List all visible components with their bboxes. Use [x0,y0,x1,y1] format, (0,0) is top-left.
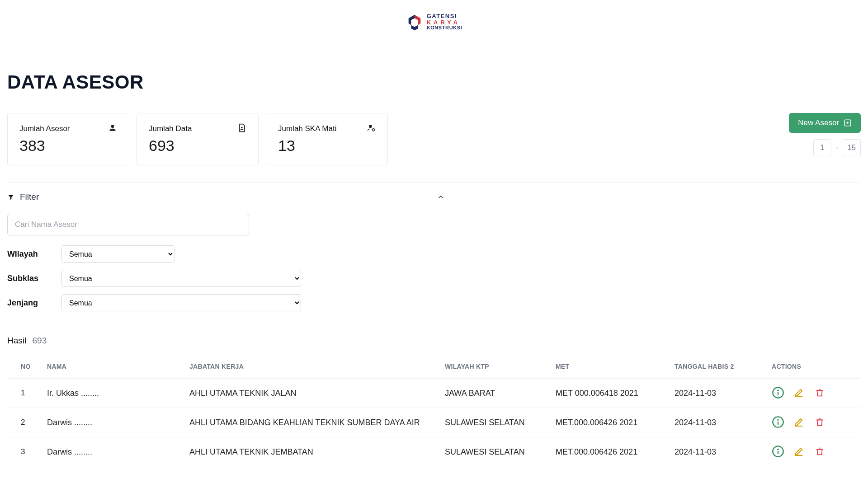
brand-text: GATENSI KARYA KONSTRUKSI [427,13,462,31]
filter-section: Filter Wilayah Semua Subklas Semua J [7,183,861,323]
filter-title: Filter [20,192,39,202]
cell-nama: Darwis ........ [47,447,189,457]
svg-point-15 [777,448,779,450]
delete-icon [815,446,825,458]
filter-toggle[interactable]: Filter [7,183,861,210]
card-value: 693 [149,137,246,155]
table-row: 1Ir. Ukkas ........AHLI UTAMA TEKNIK JAL… [7,378,861,408]
col-actions: ACTIONS [772,363,862,370]
results-header: Hasil 693 [7,336,861,346]
person-gear-icon [367,123,376,132]
svg-point-9 [777,389,779,391]
info-button[interactable] [772,416,784,429]
edit-button[interactable] [793,446,805,458]
stat-cards: Jumlah Asesor 383 Jumlah Data 693 Jumlah… [7,113,388,165]
cell-actions [772,446,862,458]
col-tgl: TANGGAL HABIS 2 [675,363,772,370]
cell-no: 1 [7,389,47,398]
jenjang-label: Jenjang [7,298,61,308]
col-jabatan: JABATAN KERJA [189,363,445,370]
filter-row-subklas: Subklas Semua [7,270,861,287]
cell-tgl: 2024-11-03 [675,389,772,398]
card-ska-mati: Jumlah SKA Mati 13 [266,113,388,165]
svg-point-5 [369,125,372,128]
cell-met: MET.000.006426 2021 [556,418,675,427]
cell-jabatan: AHLI UTAMA TEKNIK JEMBATAN [189,447,445,457]
col-no: NO [7,363,47,370]
svg-rect-13 [778,421,778,424]
cell-nama: Ir. Ukkas ........ [47,389,189,398]
svg-point-3 [111,125,114,128]
subklas-select[interactable]: Semua [61,270,301,287]
brand-line3: KONSTRUKSI [427,25,462,31]
delete-icon [815,417,825,428]
delete-button[interactable] [813,446,826,458]
results-count: 693 [33,336,47,345]
cell-met: MET.000.006426 2021 [556,447,675,457]
jenjang-select[interactable]: Semua [61,294,301,311]
cell-actions [772,387,862,399]
plus-box-icon [844,119,852,127]
card-value: 383 [19,137,117,155]
cell-nama: Darwis ........ [47,418,189,427]
page-title: DATA ASESOR [7,71,861,93]
info-button[interactable] [772,387,784,399]
edit-button[interactable] [793,387,805,399]
edit-button[interactable] [793,416,805,429]
wilayah-label: Wilayah [7,249,61,259]
summary-row: Jumlah Asesor 383 Jumlah Data 693 Jumlah… [7,113,861,165]
table-row: 3Darwis ........AHLI UTAMA TEKNIK JEMBAT… [7,437,861,466]
pagination: 1 - 15 [813,139,861,156]
filter-icon [7,193,14,201]
cell-jabatan: AHLI UTAMA TEKNIK JALAN [189,389,445,398]
search-input[interactable] [7,214,249,235]
svg-point-6 [373,129,375,131]
info-icon [772,445,784,459]
brand-line2: KARYA [427,19,462,26]
card-label: Jumlah SKA Mati [278,124,376,133]
edit-icon [793,387,804,399]
cell-no: 2 [7,418,47,427]
page-from[interactable]: 1 [813,139,831,156]
edit-icon [793,417,804,429]
main-content: DATA ASESOR Jumlah Asesor 383 Jumlah Dat… [0,44,868,466]
brand-logo: GATENSI KARYA KONSTRUKSI [406,13,462,31]
person-icon [108,123,117,132]
card-label: Jumlah Asesor [19,124,117,133]
card-jumlah-asesor: Jumlah Asesor 383 [7,113,129,165]
card-label: Jumlah Data [149,124,246,133]
svg-point-4 [241,127,242,128]
card-jumlah-data: Jumlah Data 693 [137,113,259,165]
info-button[interactable] [772,446,784,458]
cell-actions [772,416,862,429]
asesor-table: NO NAMA JABATAN KERJA WILAYAH KTP MET TA… [7,355,861,466]
filter-row-wilayah: Wilayah Semua [7,245,861,263]
cell-tgl: 2024-11-03 [675,447,772,457]
col-met: MET [556,363,675,370]
cell-wilayah: SULAWESI SELATAN [445,447,556,457]
info-icon [772,386,784,400]
brand-line1: GATENSI [427,13,462,19]
filter-body: Wilayah Semua Subklas Semua Jenjang Semu… [7,210,861,323]
cell-tgl: 2024-11-03 [675,418,772,427]
svg-rect-16 [778,450,778,454]
cell-no: 3 [7,447,47,456]
delete-button[interactable] [813,387,826,399]
new-asesor-button[interactable]: New Asesor [789,113,861,133]
page-sep: - [836,144,838,152]
cell-wilayah: SULAWESI SELATAN [445,418,556,427]
filter-row-jenjang: Jenjang Semua [7,294,861,311]
new-asesor-label: New Asesor [798,118,839,127]
table-row: 2Darwis ........AHLI UTAMA BIDANG KEAHLI… [7,408,861,437]
delete-button[interactable] [813,416,826,429]
info-icon [772,416,784,430]
document-icon [237,123,246,132]
logo-mark-icon [406,13,423,30]
svg-point-12 [777,419,779,421]
col-wilayah: WILAYAH KTP [445,363,556,370]
cell-wilayah: JAWA BARAT [445,389,556,398]
delete-icon [815,388,825,399]
page-to[interactable]: 15 [843,139,861,156]
wilayah-select[interactable]: Semua [61,245,175,263]
results-label: Hasil [7,336,26,345]
